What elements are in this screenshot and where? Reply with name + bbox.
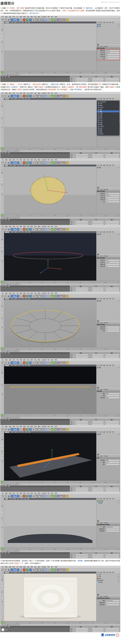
coordinate-value-field[interactable]: 0 ° xyxy=(104,221,120,222)
viewport-menu-item[interactable]: 查看 xyxy=(11,98,13,100)
menubar-item[interactable]: 网格 xyxy=(20,426,22,428)
coordinate-value-field[interactable]: 0 cm xyxy=(73,489,88,490)
x-axis-lock-icon[interactable]: X xyxy=(23,362,25,364)
material-menu-item[interactable]: 编辑 xyxy=(4,552,6,554)
array-generator-icon[interactable]: ❖ xyxy=(54,428,56,431)
viewport-menu-item[interactable]: 过滤 xyxy=(25,232,27,233)
points-mode-icon[interactable]: ∙ xyxy=(1,511,3,514)
vertex-point[interactable] xyxy=(48,204,48,204)
menubar-item[interactable]: 窗口 xyxy=(51,292,53,294)
object-item[interactable]: 圆盘 xyxy=(97,234,120,235)
object-manager-menu-item[interactable]: 文件 xyxy=(97,164,99,166)
light-icon[interactable]: ☀ xyxy=(66,295,69,298)
coordinate-value-field[interactable]: 0 cm xyxy=(73,154,88,155)
menubar-item[interactable]: 捕捉 xyxy=(23,566,26,568)
material-menu-item[interactable]: 编辑 xyxy=(4,486,6,487)
timeline-ruler[interactable]: 00102030405060708090 xyxy=(0,547,120,550)
transport-button[interactable]: » xyxy=(12,74,14,76)
menubar-item[interactable]: 运动跟踪 xyxy=(41,226,46,228)
attribute-mode-item[interactable]: 用户数据 xyxy=(104,389,108,390)
lock-workplane-icon[interactable]: ▮ xyxy=(1,460,3,462)
array-generator-icon[interactable]: ❖ xyxy=(54,362,56,364)
material-menu-item[interactable]: 创建 xyxy=(1,626,3,628)
polygons-mode-icon[interactable]: ◤ xyxy=(1,517,3,520)
redo-icon[interactable]: ↻ xyxy=(4,428,7,431)
coordinate-value-field[interactable]: 0 cm xyxy=(73,287,88,289)
move-icon[interactable]: + xyxy=(10,161,13,164)
viewport-menu-item[interactable]: 摄像机 xyxy=(13,165,16,166)
redo-icon[interactable]: ↻ xyxy=(4,495,7,498)
menubar-item[interactable]: 编辑 xyxy=(5,359,7,361)
viewport-menu-item[interactable]: 选项 xyxy=(21,98,24,100)
move-icon[interactable]: + xyxy=(10,18,13,21)
menubar-item[interactable]: 运动跟踪 xyxy=(41,16,46,18)
move-icon[interactable]: + xyxy=(10,362,13,364)
menubar-item[interactable]: 渲染 xyxy=(34,92,37,94)
transport-button[interactable]: ○ xyxy=(18,350,20,352)
object-manager-menu-item[interactable]: 书签 xyxy=(112,298,114,300)
live-select-icon[interactable]: ◉ xyxy=(7,295,10,298)
object-manager-menu-item[interactable]: 查看 xyxy=(103,498,105,500)
coord-system-icon[interactable]: ⊕ xyxy=(32,362,35,364)
z-axis-lock-icon[interactable]: Z xyxy=(29,568,32,571)
menubar-item[interactable]: 网格 xyxy=(20,566,22,568)
coordinate-value-field[interactable]: 630 cm xyxy=(89,424,104,425)
vertex-point[interactable] xyxy=(39,178,40,179)
render-view-icon[interactable]: ▶ xyxy=(35,495,38,498)
object-manager-menu-item[interactable]: 查看 xyxy=(103,231,105,233)
transport-button[interactable]: ▶ xyxy=(7,550,9,552)
menubar-item[interactable]: 模拟 xyxy=(30,492,33,494)
enable-dot[interactable] xyxy=(119,576,120,577)
transport-button[interactable]: « xyxy=(1,217,4,218)
render-settings-icon[interactable]: ✱ xyxy=(41,568,44,571)
coordinate-value-field[interactable]: 300 cm xyxy=(89,489,104,490)
deformer-icon[interactable]: ◎ xyxy=(57,18,60,21)
object-manager-menu-item[interactable]: 对象 xyxy=(106,498,108,500)
floor-icon[interactable]: ▬ xyxy=(60,95,63,98)
coordinate-value-field[interactable]: 0 ° xyxy=(104,554,120,555)
floor-icon[interactable]: ▬ xyxy=(60,228,63,231)
object-item[interactable]: 平面 xyxy=(97,26,120,28)
menubar-item[interactable]: 动画 xyxy=(27,159,29,161)
transport-button[interactable]: « xyxy=(1,74,4,76)
render-view-icon[interactable]: ▶ xyxy=(35,428,38,431)
light-icon[interactable]: ☀ xyxy=(66,495,69,498)
object-manager-menu-item[interactable]: 查看 xyxy=(103,572,105,573)
vertex-point[interactable] xyxy=(39,202,40,202)
menubar-item[interactable]: 雕刻 xyxy=(38,566,40,568)
menubar-item[interactable]: 雕刻 xyxy=(38,92,40,94)
transport-button[interactable]: › xyxy=(9,217,12,218)
cube-primitive-icon[interactable]: ■ xyxy=(44,568,47,571)
object-manager-menu-item[interactable]: 对象 xyxy=(106,298,108,300)
floor-icon[interactable]: ▬ xyxy=(60,362,63,364)
attribute-value-field[interactable]: 2 cm xyxy=(106,462,120,463)
texture-mode-icon[interactable]: ▦ xyxy=(1,171,3,174)
object-manager-menu-item[interactable]: 书签 xyxy=(112,231,114,233)
attribute-mode-item[interactable]: 编辑 xyxy=(100,522,103,524)
transport-button[interactable]: ● xyxy=(15,350,17,352)
menubar-item[interactable]: 创建 xyxy=(9,16,11,18)
y-axis-lock-icon[interactable]: Y xyxy=(26,495,29,498)
deformer-icon[interactable]: ◎ xyxy=(57,295,60,298)
z-axis-lock-icon[interactable]: Z xyxy=(29,495,32,498)
texture-mode-icon[interactable]: ▦ xyxy=(1,105,3,107)
attribute-value-field[interactable]: +Z xyxy=(106,330,120,332)
menubar-item[interactable]: 编辑 xyxy=(5,292,7,294)
transport-button[interactable]: » xyxy=(12,550,14,552)
viewport-menu-item[interactable]: 摄像机 xyxy=(14,232,17,233)
menubar-item[interactable]: 网格 xyxy=(20,92,22,94)
loop-handle[interactable] xyxy=(9,386,10,388)
coord-system-icon[interactable]: ⊕ xyxy=(32,228,35,231)
scale-icon[interactable]: ▣ xyxy=(13,95,16,98)
last-tool-icon[interactable]: ◂ xyxy=(20,18,22,21)
attribute-mode-item[interactable]: 编辑 xyxy=(100,46,103,47)
coordinate-value-field[interactable]: 630 cm xyxy=(89,224,104,225)
visibility-dot[interactable] xyxy=(118,301,119,301)
model-mode-icon[interactable]: ▲ xyxy=(1,168,3,171)
spline-pen-icon[interactable]: ✎ xyxy=(48,428,50,431)
object-manager-menu-item[interactable]: 对象 xyxy=(106,431,108,433)
menubar-item[interactable]: 脚本 xyxy=(47,226,50,228)
transport-button[interactable]: › xyxy=(9,550,12,552)
object-manager-menu-item[interactable]: 书签 xyxy=(112,365,114,366)
menubar-item[interactable]: 动画 xyxy=(27,492,29,494)
